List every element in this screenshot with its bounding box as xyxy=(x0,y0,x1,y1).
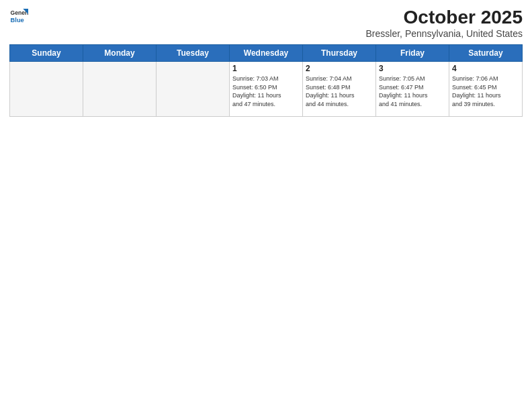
date-number: 3 xyxy=(379,64,446,73)
cell-1-7: 4Sunrise: 7:06 AM Sunset: 6:45 PM Daylig… xyxy=(449,62,523,117)
col-tuesday: Tuesday xyxy=(157,45,230,62)
date-number: 4 xyxy=(452,64,519,73)
location-title: Bressler, Pennsylvania, United States xyxy=(366,28,523,39)
calendar-table: Sunday Monday Tuesday Wednesday Thursday… xyxy=(9,44,523,117)
col-wednesday: Wednesday xyxy=(230,45,303,62)
cell-content: Sunrise: 7:05 AM Sunset: 6:47 PM Dayligh… xyxy=(379,75,446,108)
cell-1-6: 3Sunrise: 7:05 AM Sunset: 6:47 PM Daylig… xyxy=(376,62,449,117)
cell-1-3 xyxy=(157,62,230,117)
month-title: October 2025 xyxy=(366,7,523,28)
col-monday: Monday xyxy=(83,45,157,62)
svg-text:Blue: Blue xyxy=(11,17,24,24)
cell-1-4: 1Sunrise: 7:03 AM Sunset: 6:50 PM Daylig… xyxy=(230,62,303,117)
cell-content: Sunrise: 7:06 AM Sunset: 6:45 PM Dayligh… xyxy=(452,75,519,108)
col-friday: Friday xyxy=(376,45,449,62)
title-area: October 2025 Bressler, Pennsylvania, Uni… xyxy=(366,7,523,39)
calendar-container: General Blue October 2025 Bressler, Penn… xyxy=(0,0,532,411)
cell-content: Sunrise: 7:03 AM Sunset: 6:50 PM Dayligh… xyxy=(232,75,300,108)
col-saturday: Saturday xyxy=(449,45,523,62)
header-area: General Blue October 2025 Bressler, Penn… xyxy=(9,7,523,39)
cell-1-5: 2Sunrise: 7:04 AM Sunset: 6:48 PM Daylig… xyxy=(303,62,376,117)
cell-1-2 xyxy=(83,62,157,117)
logo-icon: General Blue xyxy=(9,7,28,26)
week-row-1: 1Sunrise: 7:03 AM Sunset: 6:50 PM Daylig… xyxy=(10,62,523,117)
date-number: 1 xyxy=(232,64,300,73)
cell-1-1 xyxy=(10,62,83,117)
logo: General Blue xyxy=(9,7,28,26)
date-number: 2 xyxy=(306,64,373,73)
col-sunday: Sunday xyxy=(10,45,83,62)
header-row: Sunday Monday Tuesday Wednesday Thursday… xyxy=(10,45,523,62)
cell-content: Sunrise: 7:04 AM Sunset: 6:48 PM Dayligh… xyxy=(306,75,373,108)
col-thursday: Thursday xyxy=(303,45,376,62)
